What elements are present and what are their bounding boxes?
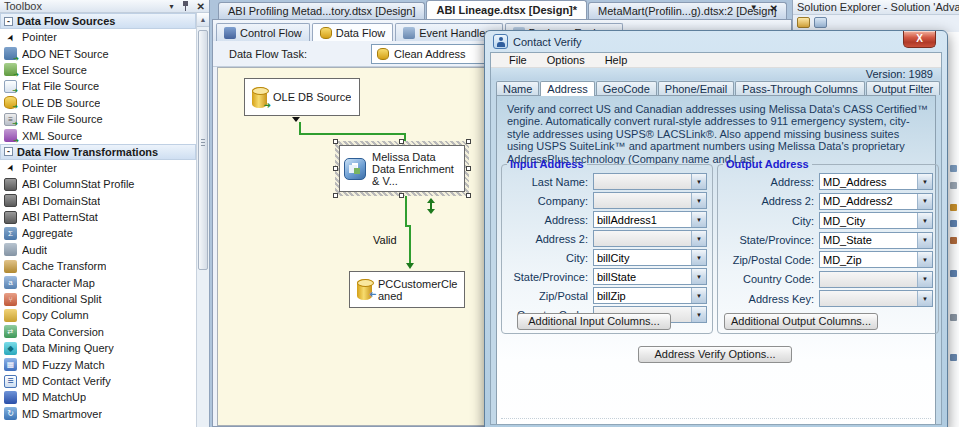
chevron-down-icon[interactable]: ▼ xyxy=(691,288,706,303)
output-drag-arrow-icon[interactable] xyxy=(427,198,435,214)
tab-address[interactable]: Address xyxy=(540,81,594,96)
toolbox-section-sources[interactable]: - Data Flow Sources xyxy=(0,13,196,29)
output-field-combo[interactable]: MD_City ▼ xyxy=(819,212,933,229)
chevron-down-icon[interactable]: ▼ xyxy=(691,250,706,265)
output-field-combo[interactable]: MD_Address ▼ xyxy=(819,173,933,190)
tab-control-flow[interactable]: Control Flow xyxy=(216,23,310,41)
resize-handle[interactable] xyxy=(399,193,404,198)
toolbox-item[interactable]: MD Fuzzy Match xyxy=(0,356,196,372)
toolbox-section-transformations[interactable]: - Data Flow Transformations xyxy=(0,144,196,160)
dialog-titlebar[interactable]: Contact Verify xyxy=(490,31,942,52)
tab-pass-through-columns[interactable]: Pass-Through Columns xyxy=(735,81,865,95)
resize-handle[interactable] xyxy=(466,193,471,198)
toolbox-item[interactable]: Raw File Source xyxy=(0,111,196,127)
output-field-combo[interactable]: ▼ xyxy=(819,271,933,288)
tab-geocode[interactable]: GeoCode xyxy=(596,81,657,95)
input-field-combo[interactable]: billAddress1 ▼ xyxy=(593,211,707,228)
toolbox-item[interactable]: Cache Transform xyxy=(0,258,196,274)
pin-icon[interactable] xyxy=(181,1,190,12)
field-row: Address 2: ▼ xyxy=(502,229,712,248)
resize-handle[interactable] xyxy=(466,139,471,144)
tab-abi-lineage[interactable]: ABI Lineage.dtsx [Design]* xyxy=(426,0,587,19)
toolbox-item[interactable]: Excel Source xyxy=(0,62,196,78)
toolbox-item[interactable]: ABI PatternStat xyxy=(0,209,196,225)
chevron-down-icon[interactable]: ▼ xyxy=(917,194,932,209)
toolbox-item[interactable]: Copy Column xyxy=(0,307,196,323)
tab-abi-profiling[interactable]: ABI Profiling Metad...tory.dtsx [Design] xyxy=(218,2,425,19)
node-melissa-contact-verify[interactable]: Melissa Data Data Enrichment & V... xyxy=(339,145,465,192)
output-field-combo[interactable]: MD_Address2 ▼ xyxy=(819,193,933,210)
resize-handle[interactable] xyxy=(333,139,338,144)
tab-data-flow[interactable]: Data Flow xyxy=(312,23,394,41)
chevron-down-icon[interactable]: ▼ xyxy=(917,233,932,248)
node-pccustomercleaned[interactable]: ➜ PCCustomerCleaned xyxy=(349,271,465,308)
chevron-down-icon[interactable]: ▼ xyxy=(917,272,932,287)
menu-options[interactable]: Options xyxy=(537,53,595,67)
toolbox-item[interactable]: ADO NET Source xyxy=(0,45,196,61)
dialog-close-button[interactable]: X xyxy=(903,31,936,48)
chevron-down-icon[interactable]: ▼ xyxy=(917,174,932,189)
toolbox-item[interactable]: Aggregate xyxy=(0,225,196,241)
node-ole-db-source[interactable]: ➜ OLE DB Source xyxy=(244,78,360,116)
address-verify-options-button[interactable]: Address Verify Options... xyxy=(638,346,792,363)
collapse-icon[interactable]: - xyxy=(4,17,13,26)
toolbox-item[interactable]: Pointer xyxy=(0,29,196,45)
resize-handle[interactable] xyxy=(333,166,338,171)
chevron-down-icon[interactable]: ▼ xyxy=(691,174,706,189)
close-document-icon[interactable]: ✕ xyxy=(770,3,778,14)
chevron-down-icon[interactable]: ▼ xyxy=(917,291,932,306)
toolbox-item[interactable]: MD Contact Verify xyxy=(0,373,196,389)
input-field-combo[interactable]: ▼ xyxy=(593,192,707,209)
input-field-combo[interactable]: billZip ▼ xyxy=(593,287,707,304)
toolbox-item[interactable]: OLE DB Source xyxy=(0,95,196,111)
close-icon[interactable]: ✕ xyxy=(197,1,205,12)
raw-file-source-icon xyxy=(4,113,17,126)
chevron-down-icon[interactable]: ▼ xyxy=(691,193,706,208)
chevron-down-icon[interactable]: ▼ xyxy=(691,212,706,227)
chevron-down-icon[interactable]: ▼ xyxy=(691,269,706,284)
output-field-combo[interactable]: MD_Zip ▼ xyxy=(819,251,933,268)
tab-phone-email[interactable]: Phone/Email xyxy=(658,81,734,95)
menu-file[interactable]: File xyxy=(499,53,537,67)
toolbox-item[interactable]: Flat File Source xyxy=(0,78,196,94)
toolbox-item[interactable]: Data Conversion xyxy=(0,324,196,340)
resize-handle[interactable] xyxy=(399,139,404,144)
chevron-down-icon[interactable]: ▼ xyxy=(917,252,932,267)
chevron-down-icon[interactable]: ▼ xyxy=(691,307,706,322)
tab-output-filter[interactable]: Output Filter xyxy=(866,81,941,95)
output-field-combo[interactable]: MD_State ▼ xyxy=(819,232,933,249)
refresh-icon[interactable] xyxy=(814,17,827,28)
folder-icon[interactable] xyxy=(797,17,810,28)
section-label: Data Flow Sources xyxy=(17,15,115,27)
collapse-icon[interactable]: - xyxy=(4,147,13,156)
toolbox-item[interactable]: ABI ColumnStat Profile xyxy=(0,176,196,192)
toolbox-scrollbar[interactable]: ▲ xyxy=(196,13,209,427)
scrollbar-thumb[interactable] xyxy=(198,30,208,270)
input-field-combo[interactable]: billCity ▼ xyxy=(593,249,707,266)
toolbox-item[interactable]: Pointer xyxy=(0,160,196,176)
resize-handle[interactable] xyxy=(333,193,338,198)
additional-input-columns-button[interactable]: Additional Input Columns... xyxy=(517,313,671,330)
menu-help[interactable]: Help xyxy=(595,53,638,67)
input-field-combo[interactable]: billState ▼ xyxy=(593,268,707,285)
chevron-down-icon[interactable]: ▼ xyxy=(917,213,932,228)
input-field-combo[interactable]: ▼ xyxy=(593,173,707,190)
toolbox-item[interactable]: ABI DomainStat xyxy=(0,193,196,209)
scroll-up-icon[interactable]: ▲ xyxy=(197,13,209,27)
input-field-combo[interactable]: ▼ xyxy=(593,230,707,247)
toolbox-item[interactable]: MD Smartmover xyxy=(0,406,196,422)
resize-handle[interactable] xyxy=(466,166,471,171)
active-files-icon[interactable]: ▼ xyxy=(750,3,758,14)
toolbox-item[interactable]: XML Source xyxy=(0,127,196,143)
chevron-down-icon[interactable]: ▼ xyxy=(691,231,706,246)
toolbox-item-label: Pointer xyxy=(22,162,57,174)
toolbox-item[interactable]: Audit xyxy=(0,242,196,258)
output-field-combo[interactable]: ▼ xyxy=(819,290,933,307)
toolbox-item[interactable]: Data Mining Query xyxy=(0,340,196,356)
window-position-icon[interactable]: ▾ xyxy=(170,2,174,11)
toolbox-item[interactable]: MD MatchUp xyxy=(0,389,196,405)
tab-name[interactable]: Name xyxy=(496,81,539,95)
toolbox-item[interactable]: Character Map xyxy=(0,274,196,290)
additional-output-columns-button[interactable]: Additional Output Columns... xyxy=(724,313,878,330)
toolbox-item[interactable]: Conditional Split xyxy=(0,291,196,307)
